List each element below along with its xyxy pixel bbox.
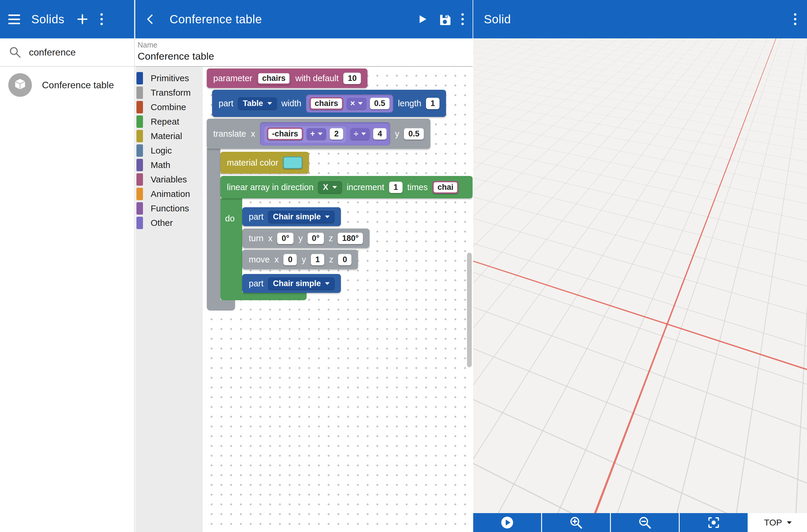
- translate-block-foot[interactable]: [207, 300, 235, 310]
- category-swatch: [136, 217, 143, 229]
- ground-grid: [473, 38, 807, 65]
- run-icon[interactable]: [417, 13, 428, 25]
- category-swatch: [136, 72, 143, 84]
- blockly-workspace[interactable]: parameter chairs with default 10 part Ta…: [203, 67, 473, 532]
- color-swatch-field[interactable]: [283, 156, 302, 169]
- y-field[interactable]: 0.5: [404, 128, 424, 140]
- move-z-field[interactable]: 0: [338, 254, 351, 265]
- add-solid-icon[interactable]: [76, 13, 89, 26]
- hamburger-menu-icon[interactable]: [8, 15, 20, 24]
- 3d-viewer-panel: Solid: [473, 0, 807, 532]
- turn-block[interactable]: turn x 0° y 0° z 180°: [242, 228, 369, 248]
- back-icon[interactable]: [144, 13, 157, 25]
- linear-array-block[interactable]: linear array in direction X increment 1 …: [220, 176, 473, 198]
- name-input[interactable]: [137, 51, 456, 62]
- left-kebab-menu-icon[interactable]: [100, 13, 103, 25]
- cube-icon: [13, 77, 27, 93]
- table: [612, 260, 737, 310]
- factor-field[interactable]: 0.5: [370, 98, 390, 109]
- center-view-button[interactable]: [680, 513, 749, 532]
- zoom-out-button[interactable]: [611, 513, 680, 532]
- center-focus-icon: [707, 515, 721, 530]
- list-item-label: Conference table: [42, 80, 114, 91]
- operator-dropdown[interactable]: +: [307, 128, 326, 140]
- translate-block-body[interactable]: [207, 148, 220, 301]
- part-dropdown[interactable]: Table: [238, 97, 277, 110]
- dropdown-caret-icon: [267, 102, 272, 105]
- turn-y-field[interactable]: 0°: [308, 233, 324, 244]
- conference-table-model: [574, 201, 774, 348]
- category-functions[interactable]: Functions: [135, 201, 203, 215]
- dropdown-caret-icon: [318, 133, 323, 135]
- material-color-block[interactable]: material color: [220, 152, 309, 174]
- operator-dropdown[interactable]: ÷: [350, 128, 369, 140]
- save-icon[interactable]: [438, 13, 451, 26]
- name-field: Name: [135, 38, 473, 67]
- editor-kebab-menu-icon[interactable]: [461, 13, 464, 25]
- gizmo-z-arrowhead: [635, 208, 643, 218]
- block-label: turn: [249, 233, 263, 243]
- zoom-in-button[interactable]: [542, 513, 611, 532]
- variable-chip-chairs[interactable]: chairs: [257, 72, 291, 85]
- category-swatch: [136, 159, 143, 171]
- turn-x-field[interactable]: 0°: [277, 233, 294, 244]
- animate-button[interactable]: [473, 513, 542, 532]
- view-orientation-button[interactable]: TOP: [749, 513, 807, 532]
- category-combine[interactable]: Combine: [135, 100, 203, 114]
- search-input[interactable]: [29, 47, 117, 58]
- dropdown-caret-icon: [325, 282, 330, 285]
- length-field[interactable]: 1: [426, 98, 440, 109]
- move-x-field[interactable]: 0: [283, 254, 297, 265]
- width-expression[interactable]: chairs × 0.5: [306, 94, 393, 113]
- block-label: x: [274, 255, 279, 265]
- parameter-block[interactable]: parameter chairs with default 10: [207, 69, 367, 88]
- block-label: linear array in direction: [227, 183, 313, 192]
- block-label: part: [249, 279, 263, 288]
- list-item-conference-table[interactable]: Conference table: [0, 67, 134, 103]
- part-dropdown[interactable]: Chair simple: [268, 211, 334, 223]
- turn-z-field[interactable]: 180°: [337, 233, 363, 244]
- category-material[interactable]: Material: [135, 129, 203, 143]
- category-animation[interactable]: Animation: [135, 187, 203, 201]
- increment-field[interactable]: 1: [389, 182, 403, 193]
- variable-chip-chairs-clipped[interactable]: chai: [433, 181, 458, 194]
- variable-chip-neg-chairs[interactable]: -chairs: [267, 128, 304, 140]
- viewer-title: Solid: [484, 13, 794, 26]
- block-label: y: [298, 233, 303, 243]
- linear-array-block-foot[interactable]: [220, 292, 307, 300]
- block-label: parameter: [213, 74, 252, 83]
- category-primitives[interactable]: Primitives: [135, 71, 203, 85]
- part-table-block[interactable]: part Table width chairs × 0.5 length 1: [212, 90, 446, 117]
- category-repeat[interactable]: Repeat: [135, 114, 203, 129]
- category-variables[interactable]: Variables: [135, 172, 203, 187]
- name-field-label: Name: [137, 41, 473, 49]
- viewer-kebab-menu-icon[interactable]: [794, 13, 796, 25]
- default-value-field[interactable]: 10: [343, 73, 361, 84]
- operator-dropdown[interactable]: ×: [347, 98, 366, 109]
- move-block[interactable]: move x 0 y 1 z 0: [242, 250, 358, 269]
- part-chair-block-1[interactable]: part Chair simple: [242, 207, 341, 226]
- move-y-field[interactable]: 1: [311, 254, 324, 265]
- part-chair-block-2[interactable]: part Chair simple: [242, 274, 341, 293]
- category-swatch: [136, 145, 143, 157]
- translate-block[interactable]: translate x -chairs + 2 ÷ 4 y 0.5: [207, 119, 430, 149]
- operand-field[interactable]: 2: [330, 128, 343, 140]
- variable-chip-chairs[interactable]: chairs: [310, 97, 343, 110]
- workspace-scrollbar[interactable]: [467, 253, 472, 367]
- direction-dropdown[interactable]: X: [318, 181, 342, 193]
- solids-list-panel: Solids Conference table: [0, 0, 135, 532]
- category-transform[interactable]: Transform: [135, 85, 203, 100]
- operand-field[interactable]: 4: [373, 128, 387, 140]
- inner-expression[interactable]: -chairs + 2: [263, 125, 347, 143]
- category-math[interactable]: Math: [135, 158, 203, 172]
- block-label: with default: [295, 74, 339, 83]
- x-expression[interactable]: -chairs + 2 ÷ 4: [260, 122, 390, 146]
- search-bar: [0, 38, 134, 67]
- viewer-header: Solid: [473, 0, 807, 38]
- linear-array-block-body[interactable]: [220, 198, 242, 293]
- category-other[interactable]: Other: [135, 215, 203, 230]
- part-dropdown[interactable]: Chair simple: [268, 278, 334, 290]
- category-swatch: [136, 101, 143, 113]
- category-logic[interactable]: Logic: [135, 143, 203, 158]
- 3d-viewport[interactable]: [473, 38, 807, 513]
